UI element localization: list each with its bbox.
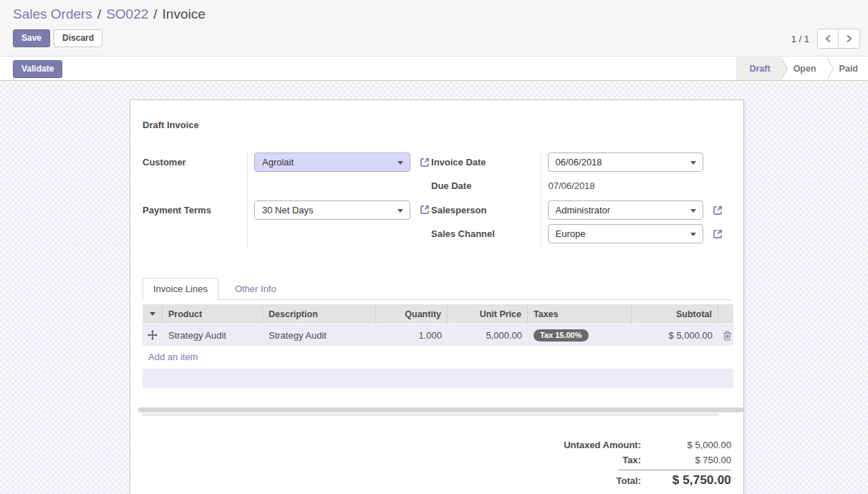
invoice-date-select[interactable]: 06/06/2018 — [548, 152, 703, 172]
total-separator — [618, 470, 731, 470]
breadcrumb-separator: / — [97, 6, 101, 21]
cell-quantity[interactable]: 1.000 — [376, 324, 448, 346]
odoo-invoice-form: Sales Orders/SO022/Invoice Save Discard … — [0, 0, 868, 494]
untaxed-amount-value: $ 5,000.00 — [651, 440, 731, 450]
cell-unit-price[interactable]: 5,000.00 — [448, 324, 528, 346]
chevron-down-icon — [397, 161, 403, 165]
tax-row: Tax: $ 750.00 — [544, 452, 731, 468]
pager-next-button[interactable] — [839, 29, 859, 48]
cell-description[interactable]: Strategy Audit — [263, 324, 376, 346]
tax-value: $ 750.00 — [651, 455, 731, 465]
empty-line-placeholder — [143, 369, 733, 388]
payment-terms-select[interactable]: 30 Net Days — [254, 200, 410, 220]
salesperson-value: Administrator — [556, 205, 611, 215]
column-header-subtotal[interactable]: Subtotal — [632, 304, 718, 324]
notebook-tabs: Invoice Lines Other Info — [143, 278, 731, 300]
pager-previous-button[interactable] — [818, 29, 839, 48]
payment-terms-label: Payment Terms — [143, 200, 248, 248]
form-background: Draft Invoice Customer Agrolait — [0, 82, 868, 494]
untaxed-amount-label: Untaxed Amount: — [544, 440, 651, 450]
status-steps: Draft Open Paid — [736, 57, 868, 80]
statusbar: Validate Draft Open Paid — [0, 57, 868, 81]
chevron-down-icon — [690, 161, 696, 165]
field-group-right: Invoice Date 06/06/2018 Due Date 07/06/2… — [431, 152, 731, 248]
breadcrumb-so022[interactable]: SO022 — [106, 6, 148, 21]
pager: 1 / 1 — [791, 29, 860, 49]
customer-select[interactable]: Agrolait — [254, 152, 410, 172]
invoice-sheet: Draft Invoice Customer Agrolait — [130, 100, 744, 494]
column-header-product[interactable]: Product — [163, 304, 263, 324]
breadcrumb-current: Invoice — [163, 6, 206, 21]
validate-button[interactable]: Validate — [13, 60, 62, 78]
total-value: $ 5,750.00 — [651, 473, 731, 488]
payment-terms-external-link-icon[interactable] — [418, 203, 431, 216]
separator-line — [143, 413, 719, 416]
table-row[interactable]: Strategy Audit Strategy Audit 1.000 5,00… — [143, 324, 733, 347]
trash-icon — [723, 330, 732, 341]
triangle-down-icon — [150, 312, 155, 316]
table-header-row: Product Description Quantity Unit Price … — [143, 304, 733, 324]
column-header-taxes[interactable]: Taxes — [528, 304, 632, 324]
due-date-label: Due Date — [431, 176, 541, 200]
control-panel: Sales Orders/SO022/Invoice Save Discard … — [0, 0, 868, 57]
invoice-lines-table: Product Description Quantity Unit Price … — [143, 304, 733, 388]
form-buttons: Save Discard — [13, 29, 102, 47]
sales-channel-value: Europe — [556, 228, 586, 239]
pager-counter: 1 / 1 — [791, 34, 809, 44]
tab-invoice-lines[interactable]: Invoice Lines — [143, 278, 218, 300]
pager-buttons — [817, 29, 860, 49]
cell-product[interactable]: Strategy Audit — [163, 324, 263, 346]
invoice-date-label: Invoice Date — [431, 152, 541, 176]
invoice-date-value: 06/06/2018 — [556, 157, 602, 168]
customer-value: Agrolait — [262, 157, 294, 168]
sales-channel-select[interactable]: Europe — [548, 224, 703, 243]
field-group-left: Customer Agrolait — [143, 152, 431, 248]
status-step-draft[interactable]: Draft — [736, 57, 780, 80]
cell-taxes[interactable]: Tax 15.00% — [528, 324, 632, 346]
total-row: Total: $ 5,750.00 — [544, 471, 731, 490]
column-header-unit-price[interactable]: Unit Price — [448, 304, 528, 324]
tax-tag[interactable]: Tax 15.00% — [534, 329, 589, 342]
chevron-down-icon — [397, 209, 403, 213]
customer-external-link-icon[interactable] — [418, 156, 431, 169]
total-label: Total: — [544, 475, 651, 486]
chevron-down-icon — [690, 233, 696, 236]
salesperson-external-link-icon[interactable] — [711, 204, 724, 217]
move-icon — [148, 330, 158, 340]
totals-footer: Untaxed Amount: $ 5,000.00 Tax: $ 750.00… — [544, 437, 731, 490]
tab-other-info[interactable]: Other Info — [225, 279, 286, 299]
form-fields: Customer Agrolait — [143, 152, 731, 248]
salesperson-label: Salesperson — [431, 200, 541, 224]
customer-label: Customer — [143, 152, 248, 200]
column-header-description[interactable]: Description — [263, 304, 376, 324]
column-header-actions — [718, 304, 733, 324]
horizontal-scrollbar[interactable] — [138, 407, 743, 412]
chevron-down-icon — [690, 209, 696, 213]
breadcrumb-separator: / — [153, 6, 157, 21]
sheet-title: Draft Invoice — [143, 120, 731, 130]
sales-channel-external-link-icon[interactable] — [711, 228, 724, 241]
breadcrumb-sales-orders[interactable]: Sales Orders — [13, 6, 92, 21]
salesperson-select[interactable]: Administrator — [548, 200, 703, 220]
untaxed-amount-row: Untaxed Amount: $ 5,000.00 — [544, 437, 731, 452]
discard-button[interactable]: Discard — [54, 29, 102, 47]
chevron-right-icon — [846, 34, 852, 43]
payment-terms-value: 30 Net Days — [262, 205, 314, 215]
drag-handle[interactable] — [143, 324, 163, 346]
due-date-value: 07/06/2018 — [548, 176, 731, 196]
cell-subtotal[interactable]: $ 5,000.00 — [632, 324, 718, 346]
optional-columns-toggle[interactable] — [143, 304, 163, 324]
save-button[interactable]: Save — [13, 29, 50, 47]
chevron-left-icon — [825, 34, 831, 43]
add-an-item-link[interactable]: Add an item — [143, 347, 198, 367]
column-header-quantity[interactable]: Quantity — [376, 304, 448, 324]
delete-row-button[interactable] — [718, 324, 733, 346]
breadcrumb: Sales Orders/SO022/Invoice — [13, 6, 206, 22]
tax-label: Tax: — [544, 455, 651, 465]
sales-channel-label: Sales Channel — [431, 224, 541, 248]
